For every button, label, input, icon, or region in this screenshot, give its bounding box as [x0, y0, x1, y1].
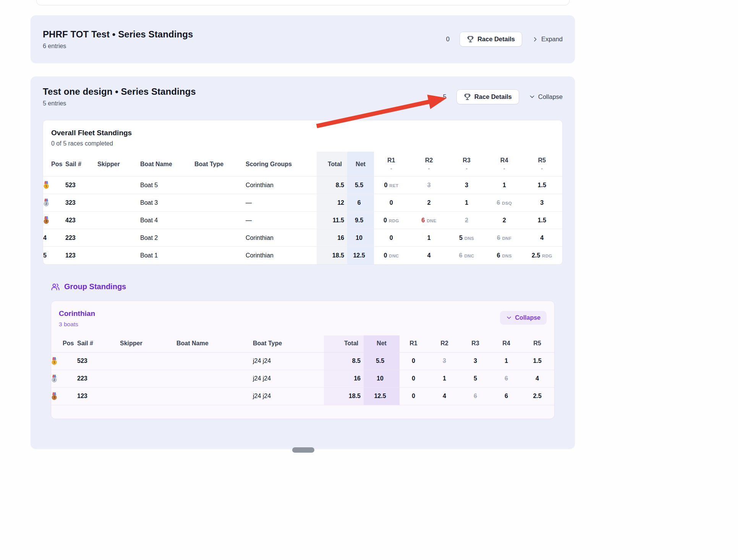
- scoring-groups-cell: Corinthian: [246, 247, 317, 264]
- race-score: 2: [427, 199, 430, 206]
- svg-text:3: 3: [45, 219, 47, 223]
- expand-label: Expand: [541, 36, 563, 43]
- race-score: 4: [536, 375, 539, 382]
- race-score: 1.5: [538, 182, 546, 188]
- position-cell: 4: [43, 229, 65, 247]
- boat-type-cell: [194, 212, 246, 229]
- sail-number-cell: 223: [77, 370, 120, 387]
- race-score-cell: 2: [412, 194, 450, 212]
- group-table-body: 1523j24 j248.55.503311.52223j24 j2416100…: [51, 352, 554, 405]
- column-header: Boat Type: [194, 152, 246, 176]
- race-score: 6: [505, 375, 508, 382]
- column-header: Skipper: [97, 152, 140, 176]
- race-score-cell: 0: [400, 352, 430, 370]
- race-score-cell: 6: [492, 387, 523, 405]
- race-score: 0: [390, 235, 393, 241]
- race-score: 5: [474, 375, 477, 382]
- collapse-label: Collapse: [538, 93, 563, 100]
- gold-medal-icon: 1: [43, 181, 49, 189]
- chevron-down-icon: [506, 315, 512, 320]
- race-score-cell: 2: [449, 212, 487, 229]
- column-header: Total: [324, 335, 364, 353]
- race-score: 0: [412, 375, 415, 382]
- race-score: 1: [503, 182, 506, 188]
- race-column-header: R5: [523, 335, 554, 353]
- race-score: 6: [474, 393, 477, 399]
- race-score-cell: 0RET: [374, 176, 412, 194]
- svg-text:2: 2: [45, 202, 47, 206]
- race-column-header: R3: [461, 335, 492, 353]
- race-score-cell: 0RDG: [374, 212, 412, 229]
- trophy-icon: [467, 36, 474, 43]
- race-score: 0: [412, 393, 415, 399]
- expand-button[interactable]: Expand: [532, 36, 563, 43]
- table-row: 2223j24 j24161001564: [51, 370, 554, 387]
- race-score-cell: 6DNE: [412, 212, 450, 229]
- boat-type-cell: j24 j24: [253, 370, 324, 387]
- race-score: 0: [384, 217, 387, 223]
- race-score-cell: 2.5: [523, 387, 554, 405]
- race-column-header: R5-: [524, 152, 562, 176]
- boat-type-cell: [194, 229, 246, 247]
- column-header: Net: [347, 152, 374, 176]
- chevron-down-icon: [529, 94, 535, 100]
- group-collapse-label: Collapse: [515, 314, 541, 321]
- fleet-standings-panel: Overall Fleet Standings 0 of 5 races com…: [43, 120, 563, 265]
- gold-medal-icon: 1: [51, 357, 57, 365]
- sail-number-cell: 423: [65, 212, 97, 229]
- chevron-right-icon: [532, 36, 538, 42]
- boat-name-cell: Boat 4: [140, 212, 194, 229]
- race-score: 1.5: [538, 217, 546, 223]
- scrollbar-thumb[interactable]: [292, 447, 314, 453]
- race-score-cell: 1: [412, 229, 450, 247]
- table-row: 2323Boat 3—1260216DSQ3: [43, 194, 562, 212]
- race-column-header: R1: [400, 335, 430, 353]
- group-collapse-button[interactable]: Collapse: [500, 311, 547, 325]
- race-details-button[interactable]: Race Details: [460, 32, 522, 47]
- card-header: PHRF TOT Test • Series Standings 6 entri…: [31, 15, 575, 63]
- race-score-cell: 0: [374, 194, 412, 212]
- net-cell: 10: [347, 229, 374, 247]
- position-cell: 1: [51, 352, 77, 370]
- race-score-cell: 6DNC: [449, 247, 487, 264]
- race-column-header: R3-: [449, 152, 487, 176]
- race-score: 2: [465, 217, 468, 223]
- series-card-one-design: Test one design • Series Standings 5 ent…: [31, 76, 575, 449]
- race-score: 3: [465, 182, 468, 188]
- skipper-cell: [97, 229, 140, 247]
- race-score-cell: 1: [492, 352, 523, 370]
- race-score: 2.5: [533, 393, 541, 399]
- race-score: 1.5: [533, 358, 541, 364]
- column-header: Sail #: [77, 335, 120, 353]
- card-title-block: PHRF TOT Test • Series Standings 6 entri…: [43, 29, 193, 50]
- entries-count: 6 entries: [43, 43, 193, 50]
- boat-name-cell: Boat 3: [140, 194, 194, 212]
- race-score-cell: 3: [449, 176, 487, 194]
- skipper-cell: [97, 212, 140, 229]
- race-score: 1: [427, 235, 430, 241]
- bronze-medal-icon: 3: [51, 392, 57, 400]
- net-cell: 5.5: [347, 176, 374, 194]
- boat-type-cell: j24 j24: [253, 387, 324, 405]
- boat-name-cell: [176, 370, 253, 387]
- score-code: DNS: [464, 236, 474, 241]
- boat-name-cell: Boat 1: [140, 247, 194, 264]
- column-header: Boat Name: [140, 152, 194, 176]
- collapse-button[interactable]: Collapse: [529, 93, 563, 100]
- race-score-cell: 6DNS: [487, 247, 525, 264]
- race-score-cell: 2.5RDG: [524, 247, 562, 264]
- race-column-header: R4: [492, 335, 523, 353]
- race-score-cell: 4: [523, 370, 554, 387]
- race-score: 1: [465, 199, 468, 206]
- total-cell: 16: [324, 370, 364, 387]
- race-column-header: R2-: [412, 152, 450, 176]
- table-row: 4223Boat 2Corinthian1610015DNS6DNF4: [43, 229, 562, 247]
- table-row: 1523Boat 5Corinthian8.55.50RET3311.5: [43, 176, 562, 194]
- race-details-button[interactable]: Race Details: [456, 89, 519, 104]
- score-code: RDG: [389, 218, 399, 223]
- card-title-block: Test one design • Series Standings 5 ent…: [43, 86, 196, 107]
- table-row: 5123Boat 1Corinthian18.512.50DNC46DNC6DN…: [43, 247, 562, 264]
- group-standings-title: Group Standings: [64, 282, 126, 291]
- group-title-block: Corinthian 3 boats: [59, 309, 95, 328]
- trophy-icon: [464, 93, 471, 100]
